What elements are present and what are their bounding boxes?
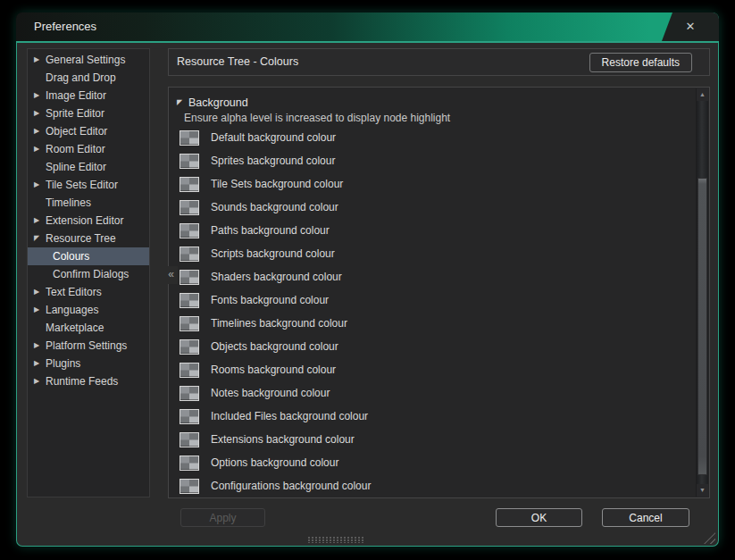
sidebar-item-image-editor[interactable]: ▶ Image Editor xyxy=(28,87,149,104)
section-title: Background xyxy=(188,96,248,109)
sidebar-item-label: Platform Settings xyxy=(46,339,127,352)
apply-button: Apply xyxy=(180,508,265,527)
sidebar-item-label: Room Editor xyxy=(46,143,105,155)
colour-swatch[interactable] xyxy=(180,130,199,146)
colour-row-timelines-background-colour: Timelines background colour xyxy=(169,312,695,335)
colour-row-label: Sprites background colour xyxy=(211,155,335,167)
colour-row-included-files-background-colour: Included Files background colour xyxy=(169,405,695,428)
sidebar-item-tile-sets-editor[interactable]: ▶ Tile Sets Editor xyxy=(28,176,149,194)
screen: Preferences ✕ ▶ General Settings Drag an… xyxy=(0,0,735,560)
sidebar-item-runtime-feeds[interactable]: ▶ Runtime Feeds xyxy=(28,372,149,390)
colour-row-label: Notes background colour xyxy=(211,387,330,399)
colour-swatch[interactable] xyxy=(180,177,199,192)
colour-swatch[interactable] xyxy=(180,409,199,424)
colour-swatch[interactable] xyxy=(180,293,199,308)
tree-expander-icon[interactable]: ▶ xyxy=(34,342,46,349)
colour-row-sprites-background-colour: Sprites background colour xyxy=(169,149,695,172)
sidebar-item-languages[interactable]: ▶ Languages xyxy=(28,301,149,319)
colour-row-label: Options background colour xyxy=(211,456,338,469)
sidebar-item-marketplace[interactable]: Marketplace xyxy=(28,319,149,337)
tree-expander-icon[interactable]: ▶ xyxy=(34,92,46,99)
scroll-down-icon[interactable]: ▼ xyxy=(697,484,708,497)
cancel-button[interactable]: Cancel xyxy=(602,508,689,527)
colour-swatch[interactable] xyxy=(180,154,199,169)
colour-row-options-background-colour: Options background colour xyxy=(169,451,695,474)
tree-expander-icon[interactable]: ▶ xyxy=(34,56,46,63)
sidebar-item-label: Marketplace xyxy=(46,322,104,334)
corner-resize-grip[interactable] xyxy=(704,532,715,544)
sidebar-item-label: Image Editor xyxy=(46,89,106,102)
colour-rows: Default background colour Sprites backgr… xyxy=(169,126,695,497)
scrollbar-thumb[interactable] xyxy=(697,178,707,475)
tree-expander-icon[interactable]: ▶ xyxy=(34,360,46,367)
colour-swatch[interactable] xyxy=(180,456,199,471)
colour-swatch[interactable] xyxy=(180,223,199,238)
sidebar-item-text-editors[interactable]: ▶ Text Editors xyxy=(28,283,149,301)
colour-row-label: Included Files background colour xyxy=(211,410,368,422)
sidebar-item-label: Object Editor xyxy=(46,125,107,138)
tree-expander-icon[interactable]: ◤ xyxy=(34,235,46,242)
colour-row-default-background-colour: Default background colour xyxy=(169,126,695,149)
colour-swatch[interactable] xyxy=(180,339,199,355)
tree-expander-icon[interactable]: ▶ xyxy=(34,146,46,153)
sidebar-item-plugins[interactable]: ▶ Plugins xyxy=(28,355,149,372)
tree-expander-icon[interactable]: ▶ xyxy=(34,110,46,117)
sidebar-item-timelines[interactable]: Timelines xyxy=(28,194,149,212)
colour-swatch[interactable] xyxy=(180,200,199,215)
tree-expander-icon[interactable]: ▶ xyxy=(34,378,46,385)
sidebar-collapse-button[interactable]: « xyxy=(164,266,178,284)
colour-row-fonts-background-colour: Fonts background colour xyxy=(169,288,695,312)
alpha-note: Ensure alpha level is increased to displ… xyxy=(184,112,709,124)
colour-row-scripts-background-colour: Scripts background colour xyxy=(169,242,695,265)
colour-swatch[interactable] xyxy=(180,386,199,401)
sidebar-item-colours[interactable]: Colours xyxy=(28,247,149,265)
colours-list-panel: ◤ Background Ensure alpha level is incre… xyxy=(168,87,710,498)
tree-expander-icon[interactable]: ▶ xyxy=(34,217,46,224)
sidebar-item-platform-settings[interactable]: ▶ Platform Settings xyxy=(28,337,149,355)
tree-expander-icon[interactable]: ▶ xyxy=(34,306,46,313)
colour-row-label: Tile Sets background colour xyxy=(211,178,343,190)
colour-row-label: Shaders background colour xyxy=(211,271,342,283)
colour-row-label: Configurations background colour xyxy=(211,480,371,492)
sidebar-item-object-editor[interactable]: ▶ Object Editor xyxy=(28,122,149,140)
sidebar-item-resource-tree[interactable]: ◤ Resource Tree xyxy=(28,230,149,247)
colour-row-label: Fonts background colour xyxy=(211,294,329,306)
colour-swatch[interactable] xyxy=(180,479,199,494)
colour-row-tile-sets-background-colour: Tile Sets background colour xyxy=(169,172,695,196)
sidebar-item-label: Timelines xyxy=(46,196,91,209)
scrollbar-track[interactable] xyxy=(697,101,708,484)
resize-grip-handle[interactable] xyxy=(308,537,365,543)
colour-row-shaders-background-colour: Shaders background colour xyxy=(169,265,695,288)
section-header-panel: Resource Tree - Colours Restore defaults xyxy=(168,48,710,76)
tree-expander-icon[interactable]: ▶ xyxy=(34,181,46,188)
sidebar-item-label: General Settings xyxy=(46,54,125,66)
scroll-up-icon[interactable]: ▲ xyxy=(697,88,708,101)
colour-swatch[interactable] xyxy=(180,363,199,378)
sidebar-item-label: Confirm Dialogs xyxy=(53,268,129,280)
sidebar-item-room-editor[interactable]: ▶ Room Editor xyxy=(28,140,149,158)
section-expander-icon[interactable]: ◤ xyxy=(177,99,188,106)
tree-expander-icon[interactable]: ▶ xyxy=(34,288,46,296)
colour-row-paths-background-colour: Paths background colour xyxy=(169,219,695,242)
sidebar-item-drag-and-drop[interactable]: Drag and Drop xyxy=(28,69,149,87)
colour-swatch[interactable] xyxy=(180,270,199,285)
background-section-header: ◤ Background xyxy=(177,96,709,109)
restore-defaults-button[interactable]: Restore defaults xyxy=(589,53,692,72)
titlebar[interactable]: Preferences ✕ xyxy=(16,13,719,41)
close-icon[interactable]: ✕ xyxy=(681,13,700,41)
colour-swatch[interactable] xyxy=(180,316,199,331)
sidebar-item-sprite-editor[interactable]: ▶ Sprite Editor xyxy=(28,104,149,122)
ok-button[interactable]: OK xyxy=(496,508,582,527)
page-title: Resource Tree - Colours xyxy=(177,49,298,75)
sidebar-item-extension-editor[interactable]: ▶ Extension Editor xyxy=(28,212,149,230)
sidebar-item-label: Languages xyxy=(46,304,98,316)
sidebar-item-label: Extension Editor xyxy=(46,214,123,227)
sidebar-item-label: Plugins xyxy=(46,357,80,370)
sidebar-item-confirm-dialogs[interactable]: Confirm Dialogs xyxy=(28,265,149,283)
colour-row-notes-background-colour: Notes background colour xyxy=(169,381,695,405)
sidebar-item-spline-editor[interactable]: Spline Editor xyxy=(28,158,149,176)
colour-swatch[interactable] xyxy=(180,247,199,262)
colour-swatch[interactable] xyxy=(180,432,199,447)
tree-expander-icon[interactable]: ▶ xyxy=(34,128,46,135)
sidebar-item-general-settings[interactable]: ▶ General Settings xyxy=(28,51,149,69)
